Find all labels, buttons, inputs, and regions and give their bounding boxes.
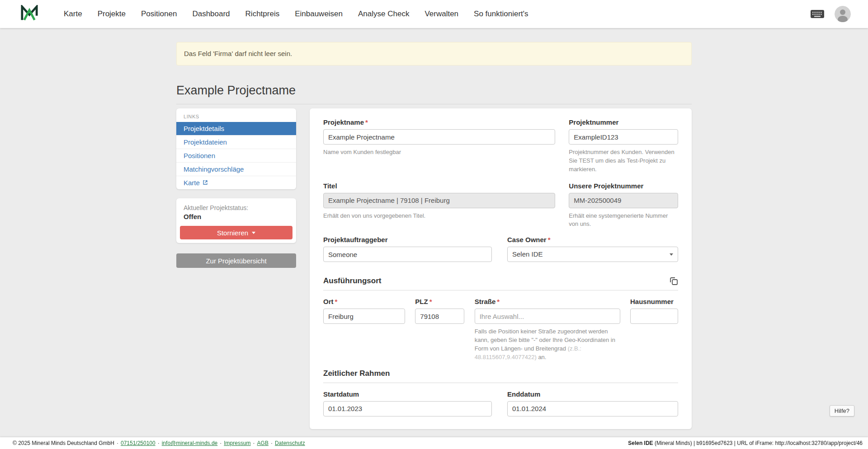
projektnummer-field-group: Projektnummer Projektnummer des Kunden. … bbox=[569, 118, 678, 174]
external-link-icon bbox=[203, 179, 208, 187]
app-logo[interactable] bbox=[21, 5, 38, 23]
unsere-projektnummer-input bbox=[569, 193, 678, 208]
sidebar-item-positionen[interactable]: Positionen bbox=[176, 149, 296, 162]
alert-text: Das Feld 'Firma' darf nicht leer sein. bbox=[184, 50, 292, 57]
case-owner-select[interactable]: Selen IDE bbox=[507, 247, 678, 262]
sidebar-item-label: Positionen bbox=[184, 152, 215, 159]
nav-item-richtpreis[interactable]: Richtpreis bbox=[238, 9, 288, 19]
zeitlicher-rahmen-section: Zeitlicher Rahmen Startdatum Enddatum bbox=[323, 369, 678, 416]
plz-field-group: PLZ* bbox=[415, 298, 464, 324]
nav-item-so-funktionierts[interactable]: So funktioniert's bbox=[466, 9, 536, 19]
hausnummer-field-group: Hausnummer bbox=[630, 298, 678, 324]
sidebar-links-header: LINKS bbox=[176, 108, 296, 122]
projektauftraggeber-field-group: Projektauftraggeber bbox=[323, 236, 492, 262]
chevron-down-icon bbox=[252, 232, 255, 234]
nav-item-analyse-check[interactable]: Analyse Check bbox=[350, 9, 417, 19]
footer: © 2025 Mineral Minds Deutschland GmbH · … bbox=[0, 437, 868, 449]
footer-session-details: (Mineral Minds) | b91695ed7623 | URL of … bbox=[653, 440, 863, 446]
mineral-minds-logo-icon bbox=[21, 5, 38, 23]
strasse-label: Straße* bbox=[475, 298, 620, 305]
section-divider bbox=[323, 383, 678, 383]
sidebar-item-matchingvorschlaege[interactable]: Matchingvorschläge bbox=[176, 162, 296, 176]
page-title: Example Projectname bbox=[176, 84, 692, 98]
top-navbar: Karte Projekte Positionen Dashboard Rich… bbox=[0, 0, 868, 28]
startdatum-label: Startdatum bbox=[323, 390, 492, 398]
footer-link-impressum[interactable]: Impressum bbox=[224, 440, 250, 446]
footer-link-datenschutz[interactable]: Datenschutz bbox=[275, 440, 305, 446]
footer-link-agb[interactable]: AGB bbox=[257, 440, 269, 446]
status-label: Aktueller Projektstatus: bbox=[180, 204, 292, 211]
hausnummer-label: Hausnummer bbox=[630, 298, 678, 305]
startdatum-input[interactable] bbox=[323, 401, 492, 416]
nav-item-positionen[interactable]: Positionen bbox=[133, 9, 184, 19]
sidebar-links-card: LINKS Projektdetails Projektdateien Posi… bbox=[176, 108, 296, 189]
copy-icon[interactable] bbox=[669, 276, 678, 285]
sidebar-item-label: Karte bbox=[184, 179, 200, 187]
navbar-actions bbox=[810, 6, 851, 22]
projektnummer-help: Projektnummer des Kunden. Verwenden Sie … bbox=[569, 148, 678, 174]
footer-link-email[interactable]: info@mineral-minds.de bbox=[162, 440, 218, 446]
sidebar-item-label: Matchingvorschläge bbox=[184, 165, 244, 173]
strasse-input[interactable] bbox=[475, 309, 620, 324]
ort-input[interactable] bbox=[323, 309, 405, 324]
unsere-projektnummer-label: Unsere Projektnummer bbox=[569, 182, 678, 190]
ort-label: Ort* bbox=[323, 298, 405, 305]
nav-item-karte[interactable]: Karte bbox=[56, 9, 90, 19]
footer-link-phone[interactable]: 07151/250100 bbox=[121, 440, 156, 446]
footer-separator: · bbox=[253, 440, 255, 446]
ort-field-group: Ort* bbox=[323, 298, 405, 324]
section-divider bbox=[323, 290, 678, 290]
case-owner-label: Case Owner* bbox=[507, 236, 678, 243]
projektnummer-input[interactable] bbox=[569, 129, 678, 145]
projektname-field-group: Projektname* Name vom Kunden festlegbar bbox=[323, 118, 555, 157]
zeitlicher-rahmen-section-title: Zeitlicher Rahmen bbox=[323, 369, 390, 378]
footer-copyright: © 2025 Mineral Minds Deutschland GmbH bbox=[13, 440, 114, 446]
enddatum-field-group: Enddatum bbox=[507, 390, 678, 416]
enddatum-label: Enddatum bbox=[507, 390, 678, 398]
nav-item-verwalten[interactable]: Verwalten bbox=[417, 9, 466, 19]
projektnummer-label: Projektnummer bbox=[569, 118, 678, 126]
plz-input[interactable] bbox=[415, 309, 464, 324]
nav-item-projekte[interactable]: Projekte bbox=[90, 9, 133, 19]
chevron-down-icon bbox=[670, 253, 673, 256]
stornieren-button-label: Stornieren bbox=[217, 229, 248, 237]
case-owner-field-group: Case Owner* Selen IDE bbox=[507, 236, 678, 262]
required-marker: * bbox=[335, 298, 338, 305]
unsere-projektnummer-help: Erhält eine systemgenerierte Nummer von … bbox=[569, 212, 678, 229]
projektname-input[interactable] bbox=[323, 129, 555, 145]
startdatum-field-group: Startdatum bbox=[323, 390, 492, 416]
sidebar-item-projektdateien[interactable]: Projektdateien bbox=[176, 135, 296, 149]
projektname-label: Projektname* bbox=[323, 118, 555, 126]
sidebar-item-label: Projektdateien bbox=[184, 138, 227, 146]
projektname-help: Name vom Kunden festlegbar bbox=[323, 148, 555, 157]
hilfe-button[interactable]: Hilfe? bbox=[830, 405, 854, 416]
footer-session-info: Selen IDE (Mineral Minds) | b91695ed7623… bbox=[628, 440, 863, 446]
status-value: Offen bbox=[180, 213, 292, 220]
strasse-field-group: Straße* Falls die Position keiner Straße… bbox=[475, 298, 620, 361]
user-avatar-icon[interactable] bbox=[835, 6, 851, 22]
hausnummer-input[interactable] bbox=[630, 309, 678, 324]
sidebar-item-karte[interactable]: Karte bbox=[176, 176, 296, 189]
required-marker: * bbox=[429, 298, 432, 305]
sidebar-item-projektdetails[interactable]: Projektdetails bbox=[176, 122, 296, 135]
stornieren-button[interactable]: Stornieren bbox=[180, 226, 292, 239]
zur-projektuebersicht-button[interactable]: Zur Projektübersicht bbox=[176, 253, 296, 268]
enddatum-input[interactable] bbox=[507, 401, 678, 416]
main-navigation: Karte Projekte Positionen Dashboard Rich… bbox=[56, 9, 536, 19]
projektauftraggeber-input[interactable] bbox=[323, 247, 492, 262]
nav-item-dashboard[interactable]: Dashboard bbox=[184, 9, 237, 19]
required-marker: * bbox=[497, 298, 500, 305]
sidebar-item-label: Projektdetails bbox=[184, 125, 224, 132]
titel-label: Titel bbox=[323, 182, 555, 190]
required-marker: * bbox=[548, 236, 551, 243]
nav-item-einbauweisen[interactable]: Einbauweisen bbox=[287, 9, 350, 19]
project-status-card: Aktueller Projektstatus: Offen Storniere… bbox=[176, 198, 296, 243]
required-marker: * bbox=[365, 118, 368, 126]
project-details-form: Projektname* Name vom Kunden festlegbar … bbox=[310, 108, 692, 429]
titel-field-group: Titel Erhält den von uns vorgegebenen Ti… bbox=[323, 182, 555, 220]
footer-separator: · bbox=[220, 440, 222, 446]
keyboard-icon[interactable] bbox=[810, 9, 825, 19]
sidebar: LINKS Projektdetails Projektdateien Posi… bbox=[176, 108, 296, 268]
titel-input bbox=[323, 193, 555, 208]
page-content: Das Feld 'Firma' darf nicht leer sein. E… bbox=[0, 42, 868, 429]
